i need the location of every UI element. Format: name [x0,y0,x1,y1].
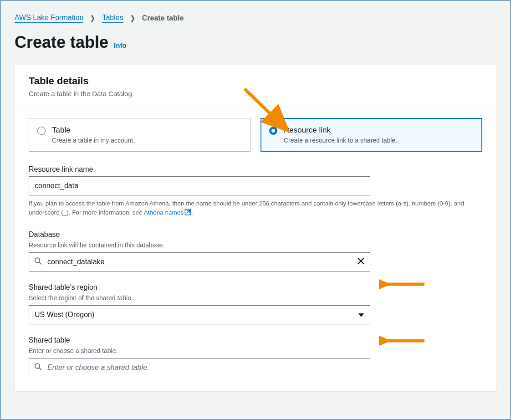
external-link-icon [184,209,191,218]
resource-link-name-input[interactable] [29,176,370,195]
radio-icon [37,127,46,135]
breadcrumb-link-root[interactable]: AWS Lake Formation [15,14,83,23]
page-title: Create table [15,33,108,52]
radio-desc: Create a resource link to a shared table… [284,137,397,144]
chevron-right-icon: ❯ [90,14,96,22]
database-input[interactable] [29,252,370,271]
svg-line-2 [39,262,41,264]
radio-desc: Create a table in my account. [52,137,135,144]
panel-subtitle: Create a table in the Data Catalog. [29,90,482,97]
table-details-panel: Table details Create a table in the Data… [15,65,496,391]
svg-marker-5 [358,313,364,317]
region-value: US West (Oregon) [35,311,94,319]
breadcrumb-link-tables[interactable]: Tables [102,14,123,23]
region-sublabel: Select the region of the shared table. [29,294,482,302]
resource-link-name-hint: If you plan to access the table from Ama… [29,199,482,219]
database-sublabel: Resource link will be contained in this … [29,241,482,249]
breadcrumb: AWS Lake Formation ❯ Tables ❯ Create tab… [15,14,496,23]
shared-table-input[interactable] [29,358,370,377]
breadcrumb-current: Create table [142,14,184,22]
radio-tile-table[interactable]: Table Create a table in my account. [29,118,250,152]
search-icon [34,257,42,266]
svg-line-7 [39,368,41,370]
region-select[interactable]: US West (Oregon) [29,305,370,324]
shared-table-sublabel: Enter or choose a shared table. [29,347,482,354]
resource-link-name-label: Resource link name [29,165,482,174]
shared-table-label: Shared table [29,336,482,344]
search-icon [34,363,42,372]
athena-names-link[interactable]: Athena names [144,209,191,216]
svg-point-6 [35,364,40,369]
radio-title: Table [52,126,135,135]
radio-title: Resource link [284,126,397,135]
region-label: Shared table's region [29,283,482,292]
panel-title: Table details [29,75,482,87]
radio-tile-resource-link[interactable]: Resource link Create a resource link to … [261,118,482,152]
clear-icon[interactable] [357,257,365,266]
info-link[interactable]: Info [114,41,127,49]
database-label: Database [29,230,482,239]
svg-point-1 [35,258,40,263]
radio-icon-selected [269,127,277,135]
caret-down-icon [358,311,364,319]
chevron-right-icon: ❯ [130,14,136,22]
